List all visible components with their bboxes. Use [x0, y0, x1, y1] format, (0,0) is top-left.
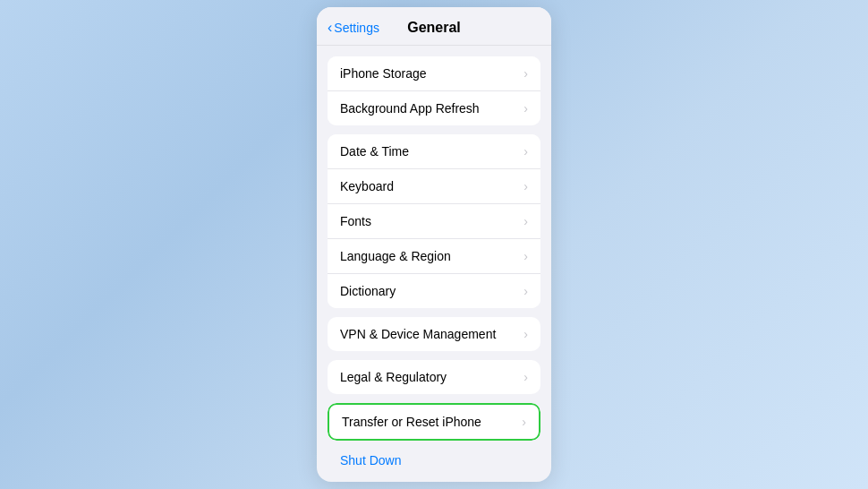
list-item-transfer-reset[interactable]: Transfer or Reset iPhone ›	[328, 403, 540, 441]
vpn-chevron-icon: ›	[523, 327, 528, 341]
shutdown-button[interactable]: Shut Down	[328, 446, 540, 475]
back-chevron-icon: ‹	[328, 20, 332, 36]
language-region-chevron-icon: ›	[523, 249, 528, 263]
dictionary-chevron-icon: ›	[523, 284, 528, 298]
shutdown-label: Shut Down	[340, 453, 401, 468]
transfer-reset-chevron-icon: ›	[522, 415, 526, 429]
list-item-date-time[interactable]: Date & Time ›	[328, 134, 540, 169]
list-item-background-app-refresh[interactable]: Background App Refresh ›	[328, 91, 540, 125]
fonts-chevron-icon: ›	[523, 214, 528, 228]
settings-panel: ‹ Settings General iPhone Storage › Back…	[317, 7, 551, 482]
nav-bar: ‹ Settings General	[317, 7, 551, 46]
keyboard-chevron-icon: ›	[523, 179, 528, 193]
legal-regulatory-label: Legal & Regulatory	[340, 370, 447, 384]
background-app-refresh-chevron-icon: ›	[523, 101, 528, 116]
section-storage-refresh: iPhone Storage › Background App Refresh …	[328, 56, 540, 125]
dictionary-label: Dictionary	[340, 284, 396, 298]
list-item-dictionary[interactable]: Dictionary ›	[328, 274, 540, 308]
keyboard-label: Keyboard	[340, 179, 394, 193]
back-label: Settings	[334, 21, 379, 35]
language-region-label: Language & Region	[340, 249, 451, 263]
transfer-reset-label: Transfer or Reset iPhone	[342, 415, 481, 429]
list-item-iphone-storage[interactable]: iPhone Storage ›	[328, 56, 540, 91]
settings-scroll: iPhone Storage › Background App Refresh …	[317, 46, 551, 482]
list-item-legal-regulatory[interactable]: Legal & Regulatory ›	[328, 360, 540, 394]
background-app-refresh-label: Background App Refresh	[340, 101, 480, 116]
list-item-fonts[interactable]: Fonts ›	[328, 204, 540, 239]
section-transfer-reset: Transfer or Reset iPhone ›	[328, 403, 540, 441]
legal-chevron-icon: ›	[523, 370, 528, 384]
section-locale: Date & Time › Keyboard › Fonts › Languag…	[328, 134, 540, 308]
date-time-chevron-icon: ›	[523, 144, 528, 159]
list-item-language-region[interactable]: Language & Region ›	[328, 239, 540, 274]
section-shutdown: Shut Down	[328, 446, 540, 475]
back-button[interactable]: ‹ Settings	[328, 20, 379, 36]
list-item-keyboard[interactable]: Keyboard ›	[328, 169, 540, 204]
fonts-label: Fonts	[340, 214, 371, 228]
page-title: General	[407, 20, 461, 36]
vpn-device-management-label: VPN & Device Management	[340, 327, 496, 341]
iphone-storage-chevron-icon: ›	[523, 66, 528, 81]
section-legal: Legal & Regulatory ›	[328, 360, 540, 394]
section-vpn: VPN & Device Management ›	[328, 317, 540, 351]
iphone-storage-label: iPhone Storage	[340, 66, 427, 81]
date-time-label: Date & Time	[340, 144, 409, 159]
list-item-vpn-device-management[interactable]: VPN & Device Management ›	[328, 317, 540, 351]
